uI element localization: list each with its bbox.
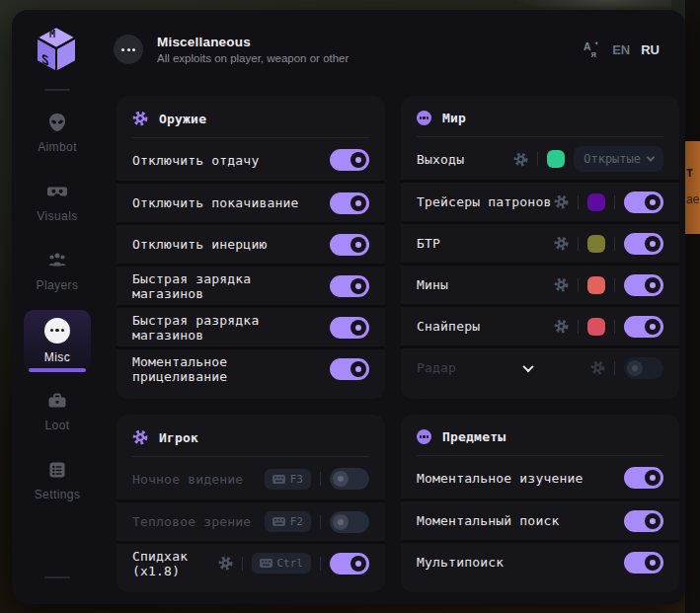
gear-icon[interactable] — [554, 236, 569, 251]
gear-icon[interactable] — [218, 556, 233, 571]
sidebar-item-visuals[interactable]: Visuals — [24, 172, 91, 231]
setting-label: БТР — [417, 236, 554, 251]
panel-divider — [417, 136, 663, 137]
setting-row: Мины — [401, 263, 679, 304]
sidebar-item-label: Settings — [35, 488, 81, 501]
hotkey-label: F3 — [290, 473, 303, 486]
sidebar-item-label: Misc — [44, 350, 70, 364]
toggle-nightvision[interactable] — [330, 468, 369, 490]
chevron-down-icon — [522, 360, 533, 371]
people-icon — [46, 250, 68, 271]
setting-row: Быстрая разрядка магазинов — [117, 305, 385, 346]
sidebar-item-players[interactable]: Players — [24, 241, 91, 300]
keyboard-icon — [272, 475, 285, 484]
toggle-multisearch[interactable] — [624, 552, 663, 574]
sidebar: Aimbot Visuals Play — [12, 89, 103, 604]
setting-label: Быстрая зарядка магазинов — [132, 271, 330, 301]
setting-row: Отключить инерцию — [117, 222, 385, 264]
alien-icon — [46, 112, 68, 133]
setting-label: Моментальное изучение — [417, 471, 624, 486]
setting-row: Ночное видение F3 — [117, 458, 385, 499]
setting-label: Мультипоиск — [417, 555, 624, 570]
svg-text:S: S — [41, 50, 49, 69]
panel-title: Игрок — [159, 430, 198, 445]
toggle-thermal[interactable] — [330, 511, 369, 533]
hotkey-badge[interactable]: F3 — [265, 469, 311, 490]
toggle-instant-examine[interactable] — [624, 467, 663, 489]
sidebar-item-misc[interactable]: Misc — [24, 310, 91, 371]
toggle-inertia[interactable] — [330, 234, 369, 256]
panel-title: Мир — [442, 111, 466, 125]
fragment-text: т — [686, 165, 693, 180]
main-content: Оружие Отключить отдачу Отключить покачи… — [103, 89, 685, 604]
gear-icon[interactable] — [513, 152, 528, 167]
setting-row: Выходы Открытые — [401, 138, 679, 180]
sidebar-item-label: Visuals — [37, 209, 77, 223]
toggle-tracers[interactable] — [624, 192, 663, 213]
panel-header: Предметы — [401, 415, 679, 455]
gear-icon[interactable] — [590, 360, 605, 375]
hotkey-badge[interactable]: Ctrl — [252, 553, 312, 574]
sidebar-item-aimbot[interactable]: Aimbot — [24, 103, 91, 162]
setting-label: Быстрая разрядка магазинов — [132, 313, 330, 343]
panel-weapon: Оружие Отключить отдачу Отключить покачи… — [117, 96, 385, 399]
toggle-mines[interactable] — [624, 274, 663, 296]
sidebar-item-label: Loot — [45, 419, 70, 432]
game-background: т ае S G M Miscellaneous — [0, 0, 700, 613]
setting-label: Моментальное прицеливание — [132, 354, 330, 384]
keyboard-icon — [260, 559, 272, 568]
toggle-recoil[interactable] — [330, 149, 369, 171]
briefcase-icon — [46, 390, 68, 412]
sidebar-item-loot[interactable]: Loot — [24, 381, 91, 440]
toggle-sway[interactable] — [330, 192, 369, 214]
panel-header: Оружие — [117, 96, 385, 137]
section-ellipsis-icon — [114, 35, 143, 64]
toggle-radar[interactable] — [624, 357, 663, 379]
toggle-speedhack[interactable] — [330, 553, 369, 575]
exits-dropdown[interactable]: Открытые — [574, 146, 663, 172]
setting-row: Тепловое зрение F2 — [117, 499, 385, 541]
panel-divider — [132, 137, 369, 138]
fragment-text: ае — [686, 193, 699, 206]
sidebar-item-settings[interactable]: Settings — [24, 450, 91, 509]
panel-title: Предметы — [442, 429, 506, 444]
color-swatch[interactable] — [587, 318, 605, 336]
toggle-fast-reload[interactable] — [330, 275, 369, 297]
setting-label: Отключить покачивание — [132, 195, 330, 210]
setting-label: Тепловое зрение — [132, 514, 265, 529]
expand-radar-button[interactable] — [491, 364, 590, 372]
language-ru-button[interactable]: RU — [641, 42, 660, 57]
setting-row: Быстрая зарядка магазинов — [117, 264, 385, 305]
gear-icon[interactable] — [554, 277, 569, 292]
panel-player: Игрок Ночное видение F3 — [117, 415, 385, 592]
panel-world: Мир Выходы Открытые — [401, 96, 679, 399]
toggle-fast-unload[interactable] — [330, 317, 369, 339]
panel-divider — [132, 456, 369, 457]
setting-label: Радар — [417, 360, 491, 375]
translate-icon: A я — [583, 40, 601, 59]
sidebar-item-label: Aimbot — [38, 140, 77, 154]
toggle-btr[interactable] — [624, 233, 663, 255]
panel-divider — [417, 455, 663, 456]
hotkey-label: F2 — [290, 515, 303, 528]
page-title: Miscellaneous — [157, 35, 349, 49]
page-heading: Miscellaneous All exploits on player, we… — [157, 35, 349, 64]
app-header: S G M Miscellaneous All exploits on play… — [12, 10, 685, 89]
setting-label: Трейсеры патронов — [417, 194, 554, 209]
color-swatch[interactable] — [587, 193, 605, 211]
language-en-button[interactable]: EN — [612, 42, 630, 57]
gear-icon[interactable] — [554, 319, 569, 334]
app-logo-icon: S G M — [32, 23, 81, 76]
gear-icon[interactable] — [554, 194, 569, 209]
sidebar-item-label: Players — [37, 278, 79, 292]
background-tooltip-fragment: т ае — [685, 141, 700, 234]
toggle-instant-search[interactable] — [624, 510, 663, 532]
color-swatch[interactable] — [587, 276, 605, 294]
toggle-snipers[interactable] — [624, 316, 663, 338]
setting-label: Отключить отдачу — [132, 153, 330, 168]
setting-row: Отключить отдачу — [117, 139, 385, 181]
hotkey-badge[interactable]: F2 — [265, 511, 311, 532]
color-swatch[interactable] — [547, 150, 565, 168]
toggle-instant-ads[interactable] — [330, 358, 369, 380]
color-swatch[interactable] — [587, 235, 605, 253]
